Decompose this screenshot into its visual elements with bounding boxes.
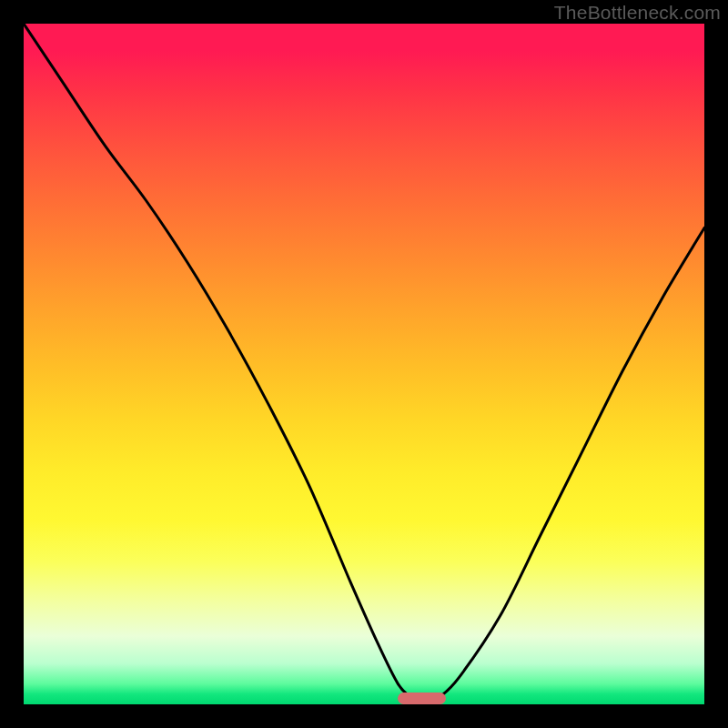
chart-frame: TheBottleneck.com bbox=[0, 0, 728, 728]
curve-svg bbox=[24, 24, 704, 704]
optimal-range-marker bbox=[398, 693, 445, 704]
bottleneck-curve bbox=[24, 24, 704, 704]
attribution-text: TheBottleneck.com bbox=[554, 2, 721, 24]
plot-area bbox=[24, 24, 704, 704]
